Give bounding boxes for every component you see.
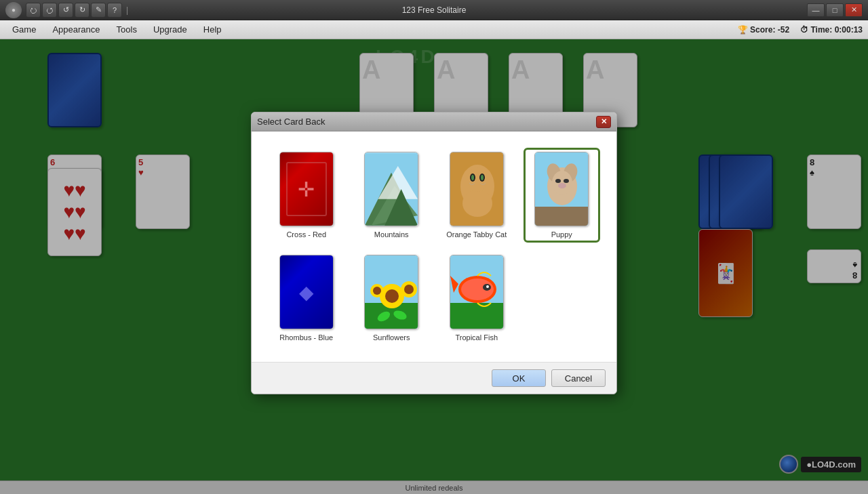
card-label-cat: Orange Tabby Cat [446, 230, 507, 239]
window-title: 123 Free Solitaire [402, 5, 467, 15]
toolbar-btn-3[interactable]: ↺ [58, 3, 73, 18]
card-label-tropical-fish: Tropical Fish [455, 333, 498, 342]
toolbar-btn-5[interactable]: ✎ [91, 3, 106, 18]
svg-rect-14 [535, 207, 589, 226]
close-button[interactable]: ✕ [845, 3, 863, 17]
card-label-rhombus-blue: Rhombus - Blue [279, 333, 333, 342]
card-option-tropical-fish[interactable]: Tropical Fish [438, 251, 515, 346]
tropical-fish-svg [450, 255, 504, 329]
modal-overlay: Select Card Back ✕ Cross - Red [0, 39, 868, 494]
menu-help[interactable]: Help [197, 22, 229, 37]
window-controls: — □ ✕ [807, 3, 863, 17]
puppy-svg [535, 152, 589, 226]
card-back-grid: Cross - Red M [262, 142, 606, 351]
svg-point-38 [486, 285, 489, 288]
toolbar-btn-1[interactable]: ⭮ [26, 3, 41, 18]
svg-rect-34 [450, 303, 504, 329]
dialog-close-button[interactable]: ✕ [596, 116, 611, 128]
svg-point-20 [564, 179, 569, 183]
svg-point-7 [462, 190, 492, 217]
cross-red-image [280, 152, 333, 226]
toolbar: ⭮ ⭯ ↺ ↻ ✎ ? | [26, 3, 131, 18]
card-option-puppy[interactable]: Puppy [524, 148, 601, 243]
toolbar-btn-help[interactable]: ? [107, 3, 122, 18]
card-option-rhombus-blue[interactable]: Rhombus - Blue [268, 251, 345, 346]
sunflowers-svg [365, 255, 418, 329]
card-thumb-mountains [364, 152, 418, 226]
card-label-puppy: Puppy [551, 230, 572, 239]
select-card-back-dialog: Select Card Back ✕ Cross - Red [251, 112, 617, 394]
rhombus-blue-image [280, 255, 333, 329]
time-display: ⏱ Time: 0:00:13 [800, 25, 863, 35]
app-icon: ● [5, 2, 22, 18]
time-label: Time: [810, 25, 832, 35]
cat-svg [450, 152, 504, 226]
menu-bar: Game Appearance Tools Upgrade Help 🏆 Sco… [0, 20, 868, 39]
toolbar-btn-4[interactable]: ↻ [75, 3, 90, 18]
svg-point-19 [555, 179, 561, 183]
card-thumb-puppy [534, 152, 589, 226]
score-time-display: 🏆 Score: -52 ⏱ Time: 0:00:13 [738, 25, 863, 35]
toolbar-btn-2[interactable]: ⭯ [42, 3, 57, 18]
title-bar-left: ● ⭮ ⭯ ↺ ↻ ✎ ? | [5, 2, 131, 18]
ok-button[interactable]: OK [492, 369, 546, 387]
card-label-cross-red: Cross - Red [286, 230, 326, 239]
svg-point-11 [471, 175, 474, 180]
card-option-mountains[interactable]: Mountains [353, 148, 431, 243]
svg-point-30 [404, 285, 414, 294]
cancel-button[interactable]: Cancel [551, 369, 606, 387]
card-label-sunflowers: Sunflowers [373, 333, 410, 342]
svg-point-8 [467, 167, 488, 192]
menu-appearance[interactable]: Appearance [45, 22, 106, 37]
svg-point-12 [481, 175, 484, 180]
dialog-title: Select Card Back [257, 117, 325, 127]
score-icon: 🏆 Score: -52 [738, 25, 789, 35]
mountains-svg [365, 152, 418, 226]
menu-upgrade[interactable]: Upgrade [146, 22, 194, 37]
game-area: LO4D.com A A A A 6♥ ♥♥♥♥♥♥ 5♥ 8♠ 🃏 8♠ Se… [0, 39, 868, 494]
card-thumb-rhombus-blue [279, 255, 334, 329]
time-value: 0:00:13 [835, 25, 863, 35]
dialog-content: Cross - Red M [252, 131, 616, 362]
dialog-title-bar: Select Card Back ✕ [252, 112, 616, 131]
minimize-button[interactable]: — [807, 3, 825, 17]
maximize-button[interactable]: □ [826, 3, 844, 17]
svg-point-25 [385, 289, 399, 303]
dialog-footer: OK Cancel [252, 362, 616, 394]
card-option-cross-red[interactable]: Cross - Red [268, 148, 345, 243]
card-thumb-tropical-fish [450, 255, 504, 329]
card-option-sunflowers[interactable]: Sunflowers [353, 251, 431, 346]
title-bar: ● ⭮ ⭯ ↺ ↻ ✎ ? | 123 Free Solitaire — □ ✕ [0, 0, 868, 20]
menu-tools[interactable]: Tools [110, 22, 144, 37]
card-label-mountains: Mountains [374, 230, 409, 239]
card-thumb-cat [450, 152, 504, 226]
svg-point-21 [558, 183, 566, 188]
card-thumb-cross-red [279, 152, 334, 226]
score-label: Score: [750, 25, 775, 35]
svg-point-32 [373, 287, 381, 295]
cross-red-inner [286, 162, 327, 216]
menu-game[interactable]: Game [5, 22, 43, 37]
card-thumb-sunflowers [364, 255, 418, 329]
card-option-cat[interactable]: Orange Tabby Cat [438, 148, 515, 243]
score-value: -52 [778, 25, 789, 35]
